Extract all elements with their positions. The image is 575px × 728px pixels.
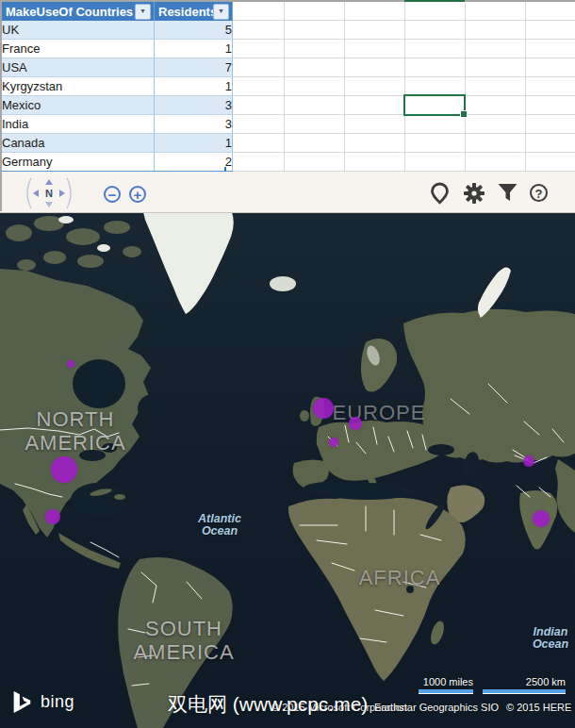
table-row[interactable]: Germany2 [2,153,233,172]
table-row[interactable]: UK5 [2,21,233,40]
column-header-countries-label: MakeUseOf Countries [6,5,133,19]
map-marker-kyrgyzstan[interactable] [523,455,534,467]
worksheet-grid[interactable] [223,2,575,172]
map-label-south-america: SOUTH AMERICA [133,617,234,664]
watermark-text: 双电网 (www.pcpc.me) [168,691,368,718]
map-label-europe: EUROPE [333,401,426,424]
countries-table-body: UK5France1USA7Kyrgyzstan1Mexico3India3Ca… [2,21,233,172]
zoom-out-button[interactable]: − [104,186,121,203]
map-toolbar: N − + ? [0,172,575,213]
map-marker-germany[interactable] [349,417,362,430]
country-cell[interactable]: Germany [2,153,155,172]
bing-logo-text: bing [41,692,74,712]
spreadsheet-area: MakeUseOf Countries ▼ Residents ▼ UK5Fra… [0,0,575,172]
map-marker-india[interactable] [533,510,550,527]
country-cell[interactable]: India [2,115,155,134]
map-marker-canada[interactable] [67,360,74,368]
country-cell[interactable]: Canada [2,134,155,153]
table-row[interactable]: India3 [2,115,233,134]
residents-cell[interactable]: 5 [155,21,233,40]
scale-miles-label: 1000 miles [419,676,473,687]
cell-selection-top-highlight [404,0,465,2]
table-row[interactable]: Mexico3 [2,96,233,115]
country-cell[interactable]: Mexico [2,96,155,115]
scale-km-label: 2500 km [483,676,566,687]
filter-dropdown-icon[interactable]: ▼ [213,4,229,20]
map-marker-mexico[interactable] [45,509,60,524]
table-row[interactable]: France1 [2,40,233,58]
compass-control[interactable]: N [24,174,74,212]
window-left-border [0,0,2,211]
pan-right-icon[interactable] [59,190,65,197]
filter-funnel-button[interactable] [497,182,518,203]
attribution-here: © 2015 HERE [506,702,571,713]
zoom-in-button[interactable]: + [129,186,146,203]
residents-cell[interactable]: 1 [155,134,233,153]
map-label-indian-ocean: Indian Ocean [533,626,568,651]
map-label-africa: AFRICA [359,566,441,589]
column-header-residents[interactable]: Residents ▼ [155,2,233,21]
residents-cell[interactable]: 1 [155,77,233,96]
settings-gear-button[interactable] [463,182,485,205]
bing-logo-icon [11,689,34,715]
map-marker-uk[interactable] [313,398,334,419]
column-header-residents-label: Residents [158,5,217,19]
country-cell[interactable]: Kyrgyzstan [2,77,155,96]
selection-fill-handle[interactable] [460,110,468,118]
map-label-north-america: NORTH AMERICA [25,407,125,455]
residents-cell[interactable]: 3 [155,115,233,134]
selected-cell[interactable] [403,94,466,116]
scale-km-bar [483,689,566,694]
window-top-border [0,0,575,2]
pan-left-icon[interactable] [33,190,39,197]
filter-dropdown-icon[interactable]: ▼ [135,4,151,20]
bing-logo[interactable]: bing [11,687,74,716]
map-marker-usa[interactable] [51,456,77,483]
table-row[interactable]: Kyrgyzstan1 [2,77,233,96]
column-header-countries[interactable]: MakeUseOf Countries ▼ [2,2,155,21]
countries-table: MakeUseOf Countries ▼ Residents ▼ UK5Fra… [2,2,233,172]
country-cell[interactable]: USA [2,58,155,77]
location-pin-button[interactable] [429,182,451,205]
satellite-world-map [0,212,575,728]
table-row[interactable]: USA7 [2,58,233,77]
residents-cell[interactable]: 3 [155,96,233,115]
country-cell[interactable]: France [2,40,155,58]
help-button[interactable]: ? [530,184,548,202]
pan-up-icon[interactable] [45,179,53,185]
bing-map[interactable]: NORTH AMERICA EUROPE AFRICA SOUTH AMERIC… [0,212,575,728]
residents-cell[interactable]: 1 [155,40,233,58]
scale-miles-bar [419,689,473,694]
map-marker-france[interactable] [329,438,338,447]
pan-down-icon[interactable] [45,202,53,207]
attribution-earthstar: Earthstar Geographics SIO [374,702,499,713]
table-header-row: MakeUseOf Countries ▼ Residents ▼ [2,2,233,21]
country-cell[interactable]: UK [2,21,155,40]
map-label-atlantic-ocean: Atlantic Ocean [198,513,241,538]
table-row[interactable]: Canada1 [2,134,233,153]
residents-cell[interactable]: 7 [155,58,233,77]
compass-north-label: N [45,188,53,199]
